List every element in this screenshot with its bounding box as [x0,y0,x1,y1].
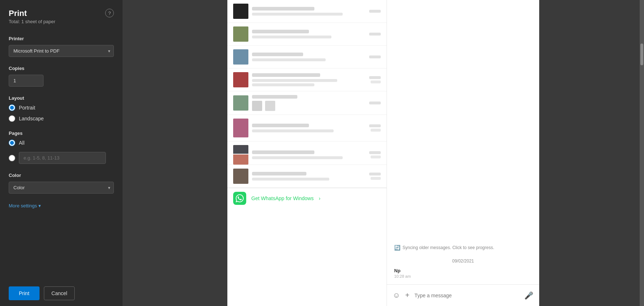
attach-icon[interactable]: + [405,291,409,299]
chat-time-badge [369,76,381,83]
chat-time-badge [369,55,381,58]
avatar [233,119,248,137]
paper-content: Get WhatsApp for Windows › 🔄 Syncing old… [227,0,539,306]
printer-dropdown[interactable]: Microsoft Print to PDF [9,45,114,57]
list-item[interactable] [227,46,387,69]
message-input[interactable] [414,293,519,298]
chat-info [252,30,366,38]
chat-time-badge [369,173,381,180]
avatar [233,169,248,184]
sync-text: Syncing older messages. Click to see pro… [402,245,494,250]
color-label: Color [9,173,114,178]
chat-input-bar: ☺ + 🎤 [387,284,539,306]
pages-custom-row [9,152,114,164]
pages-all-radio[interactable] [9,140,15,146]
chat-window-body: 🔄 Syncing older messages. Click to see p… [387,0,539,284]
copies-section: Copies [9,65,114,87]
copies-label: Copies [9,66,114,71]
more-settings-link[interactable]: More settings ▾ [9,203,114,208]
whatsapp-arrow-icon: › [319,195,321,201]
print-title: Print [9,9,55,18]
whatsapp-promo-bar[interactable]: Get WhatsApp for Windows › [227,188,387,208]
cancel-button[interactable]: Cancel [44,286,75,300]
print-subtitle: Total: 1 sheet of paper [9,19,55,24]
whatsapp-icon [233,192,246,205]
avatar [233,72,248,87]
help-button[interactable]: ? [105,9,114,17]
color-section: Color Color ▾ [9,172,114,194]
color-dropdown[interactable]: Color [9,182,114,194]
layout-radio-group: Portrait Landscape [9,104,114,122]
preview-scrollbar[interactable] [640,0,644,306]
copies-input[interactable] [9,75,44,87]
date-badge: 09/02/2021 [394,259,532,264]
print-button[interactable]: Print [9,286,40,300]
print-header: Print Total: 1 sheet of paper ? [9,9,114,33]
chat-info [252,150,366,159]
landscape-label: Landscape [19,116,44,121]
landscape-radio[interactable] [9,115,15,122]
chat-time-badge [369,10,381,13]
printer-label: Printer [9,36,114,41]
pages-section: Pages All [9,130,114,164]
sync-notice[interactable]: 🔄 Syncing older messages. Click to see p… [394,245,532,251]
portrait-label: Portrait [19,105,35,111]
pages-custom-input[interactable] [19,152,106,164]
avatar [233,49,248,65]
pages-all-option[interactable]: All [9,140,114,146]
chat-list-column: Get WhatsApp for Windows › [227,0,387,306]
pages-radio-group: All [9,140,114,164]
chat-info [252,7,366,16]
chat-info [252,124,366,132]
sync-icon: 🔄 [394,245,400,251]
print-title-block: Print Total: 1 sheet of paper [9,9,55,33]
scrollbar-thumb [640,44,643,65]
chat-info [252,53,366,61]
print-panel: Print Total: 1 sheet of paper ? Printer … [0,0,123,306]
more-settings-chevron-icon: ▾ [38,203,41,208]
printer-dropdown-wrapper: Microsoft Print to PDF ▾ [9,45,114,57]
mic-icon[interactable]: 🎤 [524,291,533,300]
list-item[interactable] [227,0,387,23]
list-item[interactable] [227,115,387,141]
avatar [233,95,248,111]
chat-time-badge [369,33,381,36]
list-item[interactable] [227,23,387,46]
list-item[interactable] [227,165,387,188]
pages-all-label: All [19,140,25,146]
whatsapp-promo-text: Get WhatsApp for Windows [251,195,314,201]
print-preview-area: Get WhatsApp for Windows › 🔄 Syncing old… [123,0,644,306]
avatar [233,145,248,165]
message-time: 10:28 am [394,274,411,278]
emoji-icon[interactable]: ☺ [393,291,400,299]
message-sender: Np [394,268,411,273]
list-item[interactable] [227,141,387,165]
paper-preview: Get WhatsApp for Windows › 🔄 Syncing old… [227,0,539,306]
chat-time-badge [369,102,381,104]
printer-section: Printer Microsoft Print to PDF ▾ [9,35,114,57]
chat-window-column: 🔄 Syncing older messages. Click to see p… [387,0,539,306]
layout-portrait-option[interactable]: Portrait [9,104,114,111]
chat-time-badge [369,151,381,158]
chat-info [252,172,366,181]
more-settings-label: More settings [9,203,37,208]
avatar [233,26,248,42]
chat-info [252,73,366,86]
layout-section: Layout Portrait Landscape [9,95,114,122]
layout-landscape-option[interactable]: Landscape [9,115,114,122]
list-item[interactable] [227,69,387,91]
color-dropdown-wrapper: Color ▾ [9,182,114,194]
pages-label: Pages [9,131,114,136]
list-item[interactable] [227,91,387,115]
message-bubble: Np 10:28 am [394,268,411,278]
chat-time-badge [369,124,381,132]
layout-label: Layout [9,95,114,101]
avatar [233,4,248,19]
action-buttons: Print Cancel [9,281,114,300]
portrait-radio[interactable] [9,104,15,111]
chat-info [252,95,366,111]
pages-custom-radio[interactable] [9,155,15,161]
